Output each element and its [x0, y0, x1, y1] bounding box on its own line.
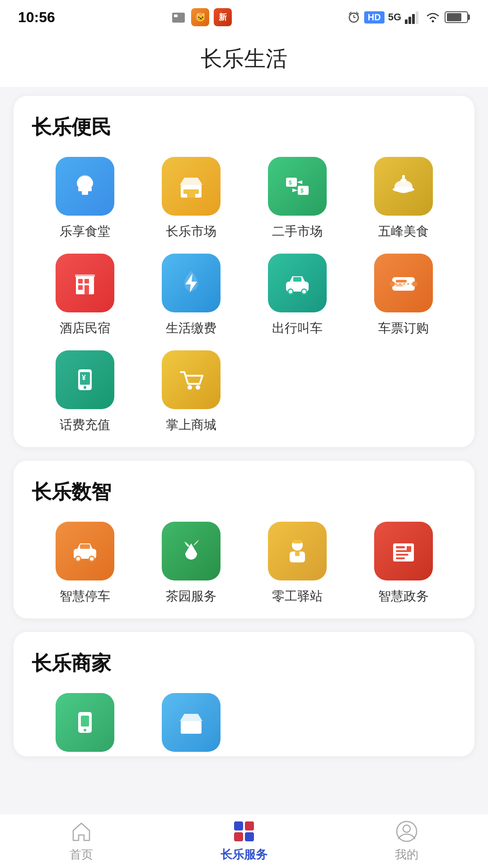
cat-icon: 🐱	[191, 8, 209, 26]
status-bar: 10:56 🐱 新 HD 5G	[0, 0, 488, 31]
svg-rect-75	[245, 832, 254, 841]
utilities-label: 生活缴费	[166, 320, 216, 337]
nav-mine-label: 我的	[395, 847, 418, 863]
tea-service-label: 茶园服务	[166, 588, 216, 605]
svg-rect-57	[80, 544, 90, 549]
wufeng-label: 五峰美食	[378, 223, 429, 240]
nav-service[interactable]: 长乐服务	[163, 820, 325, 863]
food-hall-label: 乐享食堂	[60, 223, 110, 240]
phone-icon	[69, 707, 101, 738]
nav-mine[interactable]: 我的	[325, 820, 488, 863]
svg-rect-30	[84, 279, 89, 283]
hotel-icon	[69, 267, 101, 299]
store-icon	[175, 170, 207, 202]
svg-point-50	[188, 385, 192, 390]
merchant-grid	[32, 693, 456, 752]
topup-item[interactable]: ¥ 话费充值	[32, 350, 138, 434]
svg-rect-67	[407, 546, 411, 551]
secondhand-item[interactable]: $ $ 二手市场	[244, 157, 350, 240]
merchant-item-2[interactable]	[138, 693, 244, 752]
mine-icon	[395, 820, 418, 843]
exchange-icon: $ $	[282, 170, 313, 202]
svg-text:🐱: 🐱	[196, 12, 206, 22]
secondhand-icon-box: $ $	[268, 157, 327, 216]
job-station-label: 零工驿站	[272, 588, 323, 605]
ticket-icon-box	[374, 254, 433, 312]
mall-item[interactable]: 掌上商城	[138, 350, 244, 434]
food-hall-item[interactable]: 乐享食堂	[32, 157, 138, 240]
smart-gov-item[interactable]: 智慧政务	[350, 522, 456, 605]
digital-title: 长乐数智	[32, 479, 456, 505]
svg-rect-8	[408, 17, 411, 24]
cart-icon	[175, 364, 207, 396]
nav-home[interactable]: 首页	[0, 820, 163, 863]
market-item[interactable]: 长乐市场	[138, 157, 244, 240]
hotel-label: 酒店民宿	[60, 320, 110, 337]
hotel-item[interactable]: 酒店民宿	[32, 254, 138, 337]
wufeng-food-item[interactable]: 五峰美食	[350, 157, 456, 240]
smart-parking-icon-box	[56, 522, 114, 580]
svg-rect-32	[84, 285, 89, 294]
utilities-icon-box	[162, 254, 221, 312]
ticket-item[interactable]: 车票订购	[350, 254, 456, 337]
smart-gov-label: 智慧政务	[378, 588, 429, 605]
svg-text:¥: ¥	[82, 374, 86, 382]
svg-rect-33	[75, 274, 95, 277]
svg-point-48	[84, 386, 86, 389]
taxi-item[interactable]: 出行叫车	[244, 254, 350, 337]
worker-icon	[282, 535, 313, 567]
5g-badge: 5G	[388, 11, 401, 23]
taxi-label: 出行叫车	[272, 320, 323, 337]
svg-rect-18	[183, 189, 188, 194]
smart-parking-label: 智慧停车	[60, 588, 110, 605]
taxi-icon-box	[268, 254, 327, 312]
svg-rect-70	[81, 716, 89, 726]
svg-point-11	[432, 20, 434, 23]
svg-rect-63	[396, 546, 405, 548]
svg-rect-45	[396, 284, 403, 287]
wifi-icon	[425, 10, 441, 24]
merchant-card: 长乐商家	[14, 632, 474, 756]
job-station-item[interactable]: 零工驿站	[244, 522, 350, 605]
svg-point-38	[302, 290, 306, 293]
svg-point-77	[403, 825, 410, 832]
dish-icon	[388, 170, 419, 202]
chef-icon	[69, 170, 101, 202]
svg-rect-44	[396, 280, 407, 283]
market-label: 长乐市场	[166, 223, 216, 240]
svg-rect-19	[194, 189, 199, 194]
parking-car-icon	[69, 535, 101, 567]
tea-service-item[interactable]: 茶园服务	[138, 522, 244, 605]
svg-point-76	[397, 821, 417, 841]
hd-badge: HD	[364, 11, 385, 24]
page-title: 长乐生活	[0, 31, 488, 87]
svg-rect-7	[405, 19, 408, 24]
svg-rect-29	[78, 279, 83, 283]
topup-label: 话费充值	[60, 416, 110, 434]
smart-parking-item[interactable]: 智慧停车	[32, 522, 138, 605]
merchant-item-1[interactable]	[32, 693, 138, 752]
convenience-title: 长乐便民	[32, 114, 456, 141]
svg-rect-0	[172, 13, 185, 23]
svg-point-36	[289, 290, 292, 293]
svg-point-14	[79, 175, 91, 184]
service-icon	[232, 820, 256, 843]
svg-rect-66	[396, 557, 405, 559]
svg-rect-10	[416, 11, 418, 24]
svg-text:$: $	[300, 188, 304, 194]
svg-rect-15	[82, 190, 88, 195]
new-icon: 新	[214, 8, 232, 26]
ticket-label: 车票订购	[378, 320, 429, 337]
signal-icon	[405, 10, 421, 24]
svg-rect-27	[402, 175, 405, 179]
merchant-icon-1	[56, 693, 114, 752]
svg-rect-39	[293, 277, 301, 282]
bottom-nav: 首页 长乐服务 我的	[0, 814, 488, 868]
svg-rect-72	[234, 821, 243, 830]
store2-icon	[175, 707, 207, 738]
food-hall-icon-box	[56, 157, 114, 216]
utilities-item[interactable]: 生活缴费	[138, 254, 244, 337]
svg-point-51	[196, 385, 200, 390]
ticket-icon	[388, 267, 419, 299]
svg-rect-60	[293, 540, 302, 543]
